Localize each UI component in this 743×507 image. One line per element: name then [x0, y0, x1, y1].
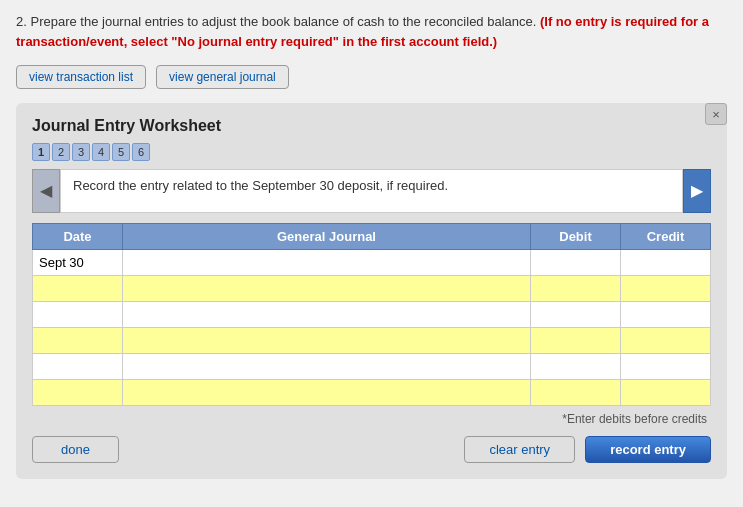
input-credit-2[interactable] — [621, 302, 710, 327]
done-button[interactable]: done — [32, 436, 119, 463]
nav-area: ◀ Record the entry related to the Septem… — [32, 169, 711, 213]
input-debit-5[interactable] — [531, 380, 620, 405]
cell-date-3 — [33, 328, 123, 354]
input-gj-0[interactable] — [123, 250, 530, 275]
cell-debit-1[interactable] — [531, 276, 621, 302]
input-gj-3[interactable] — [123, 328, 530, 353]
input-credit-5[interactable] — [621, 380, 710, 405]
cell-debit-3[interactable] — [531, 328, 621, 354]
input-debit-3[interactable] — [531, 328, 620, 353]
record-entry-button[interactable]: record entry — [585, 436, 711, 463]
header-debit: Debit — [531, 224, 621, 250]
cell-date-1 — [33, 276, 123, 302]
cell-date-0: Sept 30 — [33, 250, 123, 276]
input-debit-2[interactable] — [531, 302, 620, 327]
table-row — [33, 328, 711, 354]
cell-date-5 — [33, 380, 123, 406]
input-credit-0[interactable] — [621, 250, 710, 275]
bottom-button-row: done clear entry record entry — [32, 436, 711, 463]
nav-left-btn[interactable]: ◀ — [32, 169, 60, 213]
input-gj-2[interactable] — [123, 302, 530, 327]
tab-1[interactable]: 1 — [32, 143, 50, 161]
cell-date-2 — [33, 302, 123, 328]
journal-table: Date General Journal Debit Credit Sept 3… — [32, 223, 711, 406]
instruction-number: 2. — [16, 14, 27, 29]
prompt-text: Record the entry related to the Septembe… — [60, 169, 683, 213]
cell-credit-5[interactable] — [621, 380, 711, 406]
input-debit-1[interactable] — [531, 276, 620, 301]
input-gj-1[interactable] — [123, 276, 530, 301]
cell-credit-4[interactable] — [621, 354, 711, 380]
cell-credit-2[interactable] — [621, 302, 711, 328]
table-row — [33, 354, 711, 380]
table-row — [33, 302, 711, 328]
close-button[interactable]: × — [705, 103, 727, 125]
cell-gj-0[interactable] — [123, 250, 531, 276]
header-credit: Credit — [621, 224, 711, 250]
cell-debit-4[interactable] — [531, 354, 621, 380]
tab-4[interactable]: 4 — [92, 143, 110, 161]
cell-debit-0[interactable] — [531, 250, 621, 276]
cell-debit-2[interactable] — [531, 302, 621, 328]
cell-gj-5[interactable] — [123, 380, 531, 406]
cell-debit-5[interactable] — [531, 380, 621, 406]
table-header-row: Date General Journal Debit Credit — [33, 224, 711, 250]
input-credit-4[interactable] — [621, 354, 710, 379]
instruction-text: Prepare the journal entries to adjust th… — [30, 14, 536, 29]
input-debit-4[interactable] — [531, 354, 620, 379]
view-transaction-btn[interactable]: view transaction list — [16, 65, 146, 89]
hint-text: *Enter debits before credits — [32, 412, 711, 426]
cell-credit-1[interactable] — [621, 276, 711, 302]
right-buttons: clear entry record entry — [464, 436, 711, 463]
view-journal-btn[interactable]: view general journal — [156, 65, 289, 89]
header-gj: General Journal — [123, 224, 531, 250]
top-button-row: view transaction list view general journ… — [16, 65, 727, 89]
tab-3[interactable]: 3 — [72, 143, 90, 161]
worksheet-title: Journal Entry Worksheet — [32, 117, 711, 135]
cell-credit-0[interactable] — [621, 250, 711, 276]
worksheet-container: × Journal Entry Worksheet 1 2 3 4 5 6 ◀ … — [16, 103, 727, 479]
tab-2[interactable]: 2 — [52, 143, 70, 161]
table-row: Sept 30 — [33, 250, 711, 276]
input-gj-4[interactable] — [123, 354, 530, 379]
nav-right-btn[interactable]: ▶ — [683, 169, 711, 213]
cell-gj-4[interactable] — [123, 354, 531, 380]
right-arrow-icon: ▶ — [691, 183, 703, 199]
cell-credit-3[interactable] — [621, 328, 711, 354]
header-date: Date — [33, 224, 123, 250]
input-gj-5[interactable] — [123, 380, 530, 405]
cell-gj-1[interactable] — [123, 276, 531, 302]
tab-5[interactable]: 5 — [112, 143, 130, 161]
table-row — [33, 380, 711, 406]
tab-6[interactable]: 6 — [132, 143, 150, 161]
tab-number-row: 1 2 3 4 5 6 — [32, 143, 711, 161]
table-row — [33, 276, 711, 302]
input-credit-1[interactable] — [621, 276, 710, 301]
input-debit-0[interactable] — [531, 250, 620, 275]
clear-entry-button[interactable]: clear entry — [464, 436, 575, 463]
cell-date-4 — [33, 354, 123, 380]
cell-gj-2[interactable] — [123, 302, 531, 328]
left-arrow-icon: ◀ — [40, 183, 52, 199]
cell-gj-3[interactable] — [123, 328, 531, 354]
input-credit-3[interactable] — [621, 328, 710, 353]
instruction: 2. Prepare the journal entries to adjust… — [16, 12, 727, 51]
